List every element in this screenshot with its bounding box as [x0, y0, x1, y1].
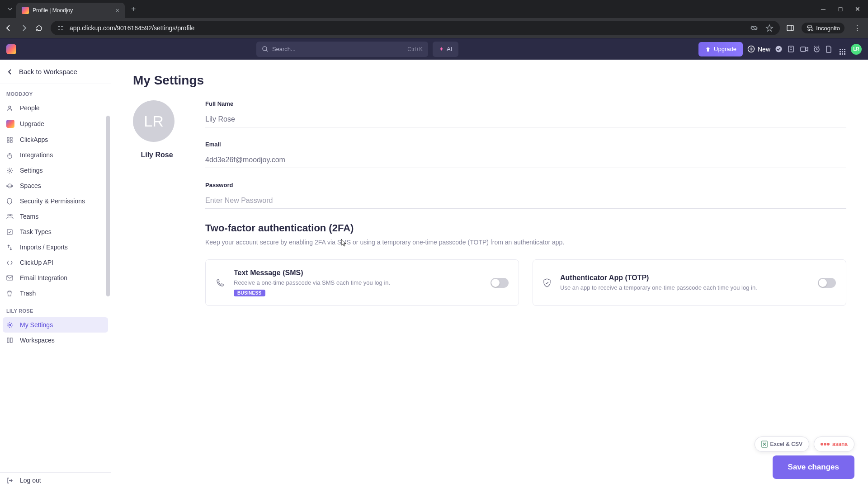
upgrade-label: Upgrade [714, 46, 736, 52]
tab-close-icon[interactable]: × [116, 7, 119, 14]
new-button[interactable]: New [747, 45, 770, 53]
alarm-icon[interactable] [813, 45, 821, 53]
save-changes-button[interactable]: Save changes [773, 455, 854, 479]
svg-line-7 [266, 50, 268, 52]
apps-grid-icon[interactable] [838, 44, 846, 55]
back-to-workspace[interactable]: Back to Workspace [0, 60, 111, 84]
sidebar-item-upgrade[interactable]: Upgrade [0, 116, 111, 132]
sidebar-item-label: Trash [20, 290, 36, 297]
svg-rect-18 [7, 141, 9, 142]
notepad-icon[interactable] [788, 45, 796, 53]
svg-point-6 [263, 47, 267, 51]
doc-icon[interactable] [826, 45, 834, 53]
sidebar-item-workspaces[interactable]: Workspaces [0, 333, 111, 348]
tfa-sms-title: Text Message (SMS) [234, 269, 481, 277]
url-text: app.clickup.com/9016164592/settings/prof… [70, 24, 194, 32]
shield-icon [6, 198, 14, 205]
tfa-sms-desc: Receive a one-time passcode via SMS each… [234, 279, 481, 287]
sidebar-item-email[interactable]: Email Integration [0, 270, 111, 286]
side-panel-icon[interactable] [786, 24, 795, 32]
browser-tab-strip: Profile | Moodjoy × + ─ □ ✕ [0, 0, 868, 18]
svg-rect-25 [7, 230, 12, 235]
ai-button[interactable]: ✦ AI [433, 42, 458, 57]
logout-label: Log out [20, 477, 41, 484]
browser-tab[interactable]: Profile | Moodjoy × [16, 3, 125, 18]
sidebar-item-api[interactable]: ClickUp API [0, 255, 111, 270]
chip-asana[interactable]: asana [814, 436, 854, 452]
sidebar-item-clickapps[interactable]: ClickApps [0, 132, 111, 147]
back-button[interactable] [5, 24, 14, 32]
svg-point-20 [9, 169, 11, 171]
svg-rect-19 [10, 141, 12, 142]
sidebar-item-trash[interactable]: Trash [0, 286, 111, 301]
sidebar-item-label: Imports / Exports [20, 244, 68, 251]
app-header: Search... Ctrl+K ✦ AI Upgrade New [0, 38, 868, 60]
avatar[interactable]: LR [133, 100, 175, 142]
workspace-icon [6, 337, 14, 343]
reload-button[interactable] [35, 24, 44, 32]
svg-point-15 [9, 106, 11, 108]
maximize-button[interactable]: □ [837, 5, 844, 13]
app-logo-icon[interactable] [6, 44, 16, 54]
trash-icon [6, 290, 14, 297]
upgrade-button[interactable]: Upgrade [698, 42, 743, 56]
upgrade-icon [705, 46, 711, 52]
bookmark-icon[interactable] [765, 24, 774, 32]
sidebar-item-security[interactable]: Security & Permissions [0, 193, 111, 209]
sparkle-icon: ✦ [439, 46, 444, 52]
tfa-section-title: Two-factor authentication (2FA) [205, 222, 846, 234]
sidebar-item-people[interactable]: People [0, 100, 111, 116]
window-controls: ─ □ ✕ [820, 5, 864, 13]
planet-icon [6, 183, 14, 189]
sidebar-item-logout[interactable]: Log out [0, 473, 111, 488]
sidebar-item-label: Task Types [20, 228, 52, 235]
minimize-button[interactable]: ─ [820, 5, 826, 13]
close-window-button[interactable]: ✕ [854, 5, 861, 13]
profile-name: Lily Rose [133, 151, 181, 159]
shield-check-icon [543, 278, 551, 287]
sidebar-item-mysettings[interactable]: My Settings [3, 317, 108, 333]
svg-point-23 [8, 214, 9, 216]
sidebar-item-label: Spaces [20, 182, 41, 189]
full-name-input[interactable] [205, 112, 846, 127]
sidebar-scrollbar[interactable] [106, 116, 110, 296]
tab-search-dropdown[interactable] [4, 3, 16, 15]
asana-icon [821, 443, 830, 446]
tfa-totp-toggle[interactable] [818, 278, 836, 288]
incognito-badge[interactable]: Incognito [802, 23, 844, 33]
sidebar-item-label: Teams [20, 213, 38, 220]
user-avatar[interactable]: LR [851, 44, 862, 55]
tracking-icon[interactable] [750, 24, 758, 32]
chip-excel-csv[interactable]: Excel & CSV [755, 436, 809, 452]
new-tab-button[interactable]: + [131, 5, 136, 14]
svg-rect-2 [58, 29, 60, 30]
address-bar[interactable]: app.clickup.com/9016164592/settings/prof… [51, 21, 780, 35]
checkmark-icon[interactable] [775, 45, 783, 53]
sidebar-item-imports[interactable]: Imports / Exports [0, 239, 111, 255]
forward-button[interactable] [20, 24, 29, 32]
site-settings-icon[interactable] [57, 24, 64, 32]
svg-point-27 [9, 324, 11, 326]
sidebar-item-teams[interactable]: Teams [0, 209, 111, 224]
browser-menu-icon[interactable]: ⋮ [851, 24, 863, 33]
code-icon [6, 260, 14, 266]
svg-rect-26 [7, 276, 13, 280]
record-icon[interactable] [800, 46, 808, 52]
gear-icon [6, 167, 14, 174]
ai-label: AI [447, 46, 452, 52]
page-title: My Settings [133, 73, 846, 88]
global-search[interactable]: Search... Ctrl+K [256, 42, 428, 57]
email-label: Email [205, 141, 846, 148]
password-input[interactable] [205, 193, 846, 209]
svg-rect-1 [61, 26, 63, 27]
sidebar-item-integrations[interactable]: Integrations [0, 147, 111, 163]
sidebar-item-spaces[interactable]: Spaces [0, 178, 111, 193]
main-content: My Settings LR Lily Rose Full Name Email… [111, 60, 868, 488]
sidebar-item-settings[interactable]: Settings [0, 163, 111, 178]
sidebar-item-tasktypes[interactable]: Task Types [0, 224, 111, 239]
chip-asana-label: asana [832, 441, 848, 447]
tfa-sms-toggle[interactable] [491, 278, 509, 288]
browser-toolbar: app.clickup.com/9016164592/settings/prof… [0, 18, 868, 38]
gear-icon [6, 322, 14, 328]
email-input[interactable] [205, 152, 846, 168]
